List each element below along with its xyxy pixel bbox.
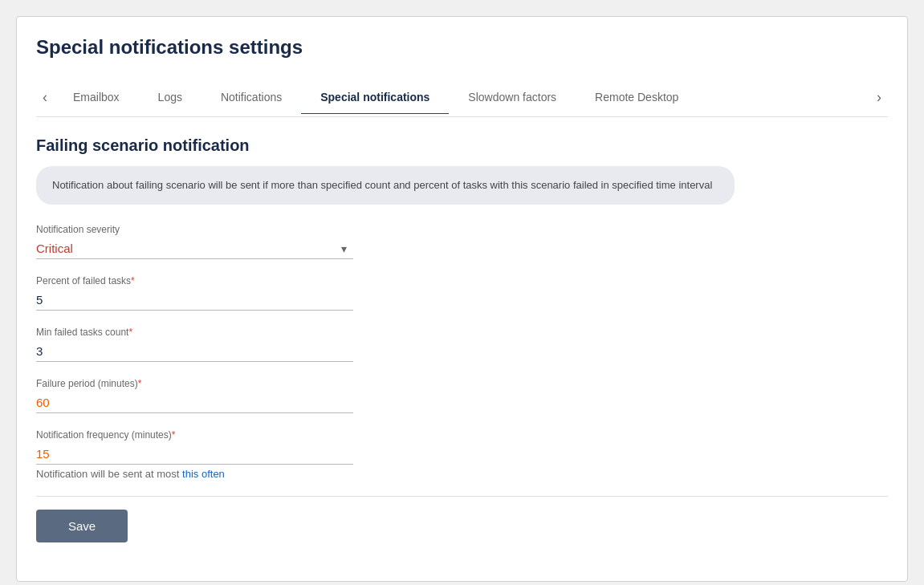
min-tasks-group: Min failed tasks count* bbox=[36, 327, 353, 362]
percent-required: * bbox=[131, 275, 135, 286]
failure-period-required: * bbox=[138, 378, 142, 389]
min-tasks-required: * bbox=[128, 327, 132, 338]
frequency-hint: Notification will be sent at most this o… bbox=[36, 468, 353, 480]
hint-link[interactable]: this often bbox=[182, 468, 225, 480]
percent-group: Percent of failed tasks* bbox=[36, 275, 353, 311]
frequency-required: * bbox=[172, 429, 176, 441]
failure-period-label: Failure period (minutes)* bbox=[36, 378, 353, 389]
severity-label: Notification severity bbox=[36, 224, 353, 235]
tab-emailbox[interactable]: Emailbox bbox=[54, 81, 139, 114]
min-tasks-input[interactable] bbox=[36, 341, 353, 362]
divider bbox=[36, 496, 888, 497]
failure-period-input[interactable] bbox=[36, 392, 353, 413]
severity-group: Notification severity Critical Warning I… bbox=[36, 224, 353, 259]
tab-special-notifications[interactable]: Special notifications bbox=[301, 81, 449, 114]
page-container: Special notifications settings ‹ Emailbo… bbox=[16, 16, 908, 582]
tabs-list: Emailbox Logs Notifications Special noti… bbox=[54, 81, 870, 114]
frequency-group: Notification frequency (minutes)* Notifi… bbox=[36, 429, 353, 480]
section-title: Failing scenario notification bbox=[36, 136, 888, 155]
tab-prev-button[interactable]: ‹ bbox=[36, 78, 54, 116]
tab-logs[interactable]: Logs bbox=[139, 81, 201, 114]
min-tasks-label: Min failed tasks count* bbox=[36, 327, 353, 338]
tabs-container: ‹ Emailbox Logs Notifications Special no… bbox=[36, 78, 888, 117]
page-title: Special notifications settings bbox=[36, 36, 888, 59]
tab-remote-desktop[interactable]: Remote Desktop bbox=[576, 81, 698, 114]
tab-notifications[interactable]: Notifications bbox=[201, 81, 301, 114]
frequency-label: Notification frequency (minutes)* bbox=[36, 429, 353, 441]
tab-next-button[interactable]: › bbox=[870, 78, 888, 116]
percent-input[interactable] bbox=[36, 290, 353, 311]
info-box: Notification about failing scenario will… bbox=[36, 166, 735, 205]
percent-label: Percent of failed tasks* bbox=[36, 275, 353, 286]
frequency-input[interactable] bbox=[36, 444, 353, 465]
content-area: Failing scenario notification Notificati… bbox=[36, 117, 888, 581]
failure-period-group: Failure period (minutes)* bbox=[36, 378, 353, 413]
save-button[interactable]: Save bbox=[36, 510, 128, 542]
tab-slowdown-factors[interactable]: Slowdown factors bbox=[449, 81, 576, 114]
severity-select[interactable]: Critical Warning Info bbox=[36, 238, 353, 259]
severity-select-wrapper: Critical Warning Info ▾ bbox=[36, 238, 353, 259]
